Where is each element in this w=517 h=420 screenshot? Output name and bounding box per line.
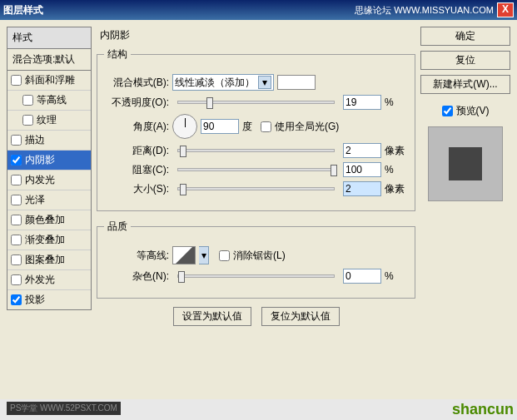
angle-knob[interactable] [172,114,197,139]
choke-slider[interactable] [177,168,335,171]
sidebar-item-check-8[interactable] [11,235,22,245]
noise-input[interactable] [343,269,381,284]
watermark-left: PS学堂 WWW.52PSXT.COM [7,402,121,415]
sidebar-item-label: 内发光 [25,173,55,187]
sidebar-item-8[interactable]: 渐变叠加 [7,230,91,250]
close-button[interactable]: X [497,2,514,17]
sidebar-item-label: 光泽 [25,193,45,207]
antialias-check-input[interactable] [219,250,230,261]
opacity-input[interactable] [343,95,381,110]
new-style-button[interactable]: 新建样式(W)... [420,75,510,94]
sidebar-item-label: 斜面和浮雕 [25,73,75,87]
preview-box [428,126,503,201]
choke-label: 阻塞(C): [104,163,169,177]
sidebar-item-4[interactable]: 内阴影 [7,150,91,170]
structure-legend: 结构 [104,47,131,62]
sidebar-item-label: 外发光 [25,273,55,287]
reset-default-button[interactable]: 复位为默认值 [261,307,340,326]
choke-input[interactable] [343,162,381,177]
blend-mode-value: 线性减淡（添加） [175,76,255,90]
sidebar-item-10[interactable]: 外发光 [7,269,91,289]
sidebar-item-label: 颜色叠加 [25,213,65,227]
contour-swatch[interactable] [172,246,196,264]
sidebar-item-check-9[interactable] [11,254,22,265]
angle-label: 角度(A): [104,120,169,134]
sidebar-header[interactable]: 样式 [7,27,92,49]
sidebar-item-check-7[interactable] [11,215,22,225]
preview-check-input[interactable] [442,106,453,116]
sidebar-item-11[interactable]: 投影 [7,289,91,309]
ok-button[interactable]: 确定 [420,27,510,46]
titlebar-branding: 思缘论坛 WWW.MISSYUAN.COM [355,4,494,17]
preview-thumbnail [449,147,482,180]
sidebar-item-7[interactable]: 颜色叠加 [7,210,91,230]
sidebar-item-check-0[interactable] [11,75,22,86]
global-light-checkbox[interactable]: 使用全局光(G) [261,120,339,134]
distance-input[interactable] [343,143,381,158]
sidebar-item-check-10[interactable] [11,274,22,285]
chevron-down-icon: ▾ [258,76,271,89]
sidebar-item-0[interactable]: 斜面和浮雕 [7,71,91,90]
sidebar-item-label: 渐变叠加 [25,233,65,247]
size-slider[interactable] [177,187,335,190]
sidebar-item-check-3[interactable] [11,135,22,146]
watermark-right: shancun [452,401,514,418]
global-light-label: 使用全局光(G) [275,120,339,134]
styles-list: 斜面和浮雕等高线纹理描边内阴影内发光光泽颜色叠加渐变叠加图案叠加外发光投影 [7,71,92,310]
settings-panel: 内阴影 结构 混合模式(B): 线性减淡（添加） ▾ 不透明度(O): % 角度… [92,27,420,393]
structure-group: 结构 混合模式(B): 线性减淡（添加） ▾ 不透明度(O): % 角度(A): [97,47,415,211]
noise-slider[interactable] [177,274,335,278]
window-title: 图层样式 [3,3,355,17]
size-input[interactable] [343,181,381,196]
sidebar-item-check-11[interactable] [11,294,22,305]
preview-label: 预览(V) [456,104,490,118]
noise-unit: % [385,270,408,282]
distance-label: 距离(D): [104,144,169,158]
sidebar-item-9[interactable]: 图案叠加 [7,250,91,269]
dialog-body: 样式 混合选项:默认 斜面和浮雕等高线纹理描边内阴影内发光光泽颜色叠加渐变叠加图… [0,20,517,399]
sidebar-item-check-5[interactable] [11,175,22,185]
color-swatch[interactable] [277,75,316,90]
sidebar-item-label: 内阴影 [25,153,55,167]
sidebar-item-3[interactable]: 描边 [7,130,91,150]
contour-dropdown-icon[interactable]: ▾ [199,246,209,264]
quality-legend: 品质 [104,220,131,234]
sidebar-item-6[interactable]: 光泽 [7,190,91,210]
sidebar-item-1[interactable]: 等高线 [7,90,91,110]
distance-slider[interactable] [177,149,335,152]
cancel-button[interactable]: 复位 [420,51,510,70]
choke-unit: % [385,164,408,175]
size-label: 大小(S): [104,182,169,196]
size-unit: 像素 [385,182,408,196]
opacity-unit: % [385,96,408,108]
antialias-label: 消除锯齿(L) [233,249,286,263]
sidebar-item-5[interactable]: 内发光 [7,170,91,190]
sidebar-item-label: 描边 [25,133,45,147]
sidebar-item-2[interactable]: 纹理 [7,110,91,130]
quality-group: 品质 等高线: ▾ 消除锯齿(L) 杂色(N): % [97,220,415,299]
sidebar-item-label: 等高线 [37,93,67,107]
angle-unit: 度 [242,120,252,134]
distance-unit: 像素 [385,144,408,158]
sidebar-item-check-2[interactable] [22,115,33,126]
panel-title: 内阴影 [100,28,415,42]
blend-mode-select[interactable]: 线性减淡（添加） ▾ [172,74,274,91]
make-default-button[interactable]: 设置为默认值 [173,307,251,326]
opacity-slider[interactable] [177,101,335,104]
right-column: 确定 复位 新建样式(W)... 预览(V) [420,27,510,393]
sidebar-item-check-4[interactable] [11,155,22,166]
sidebar-item-label: 纹理 [37,113,57,127]
sidebar-item-check-6[interactable] [11,195,22,205]
blending-options-default[interactable]: 混合选项:默认 [7,49,92,71]
noise-label: 杂色(N): [104,269,169,284]
antialias-checkbox[interactable]: 消除锯齿(L) [219,249,286,263]
sidebar-item-check-1[interactable] [22,95,33,106]
preview-checkbox[interactable]: 预览(V) [442,104,490,118]
global-light-check-input[interactable] [261,121,271,132]
opacity-label: 不透明度(O): [104,96,169,110]
contour-label: 等高线: [104,249,169,263]
styles-sidebar: 样式 混合选项:默认 斜面和浮雕等高线纹理描边内阴影内发光光泽颜色叠加渐变叠加图… [7,27,92,393]
titlebar: 图层样式 思缘论坛 WWW.MISSYUAN.COM X [0,0,517,20]
sidebar-item-label: 图案叠加 [25,253,65,267]
angle-input[interactable] [201,119,239,134]
